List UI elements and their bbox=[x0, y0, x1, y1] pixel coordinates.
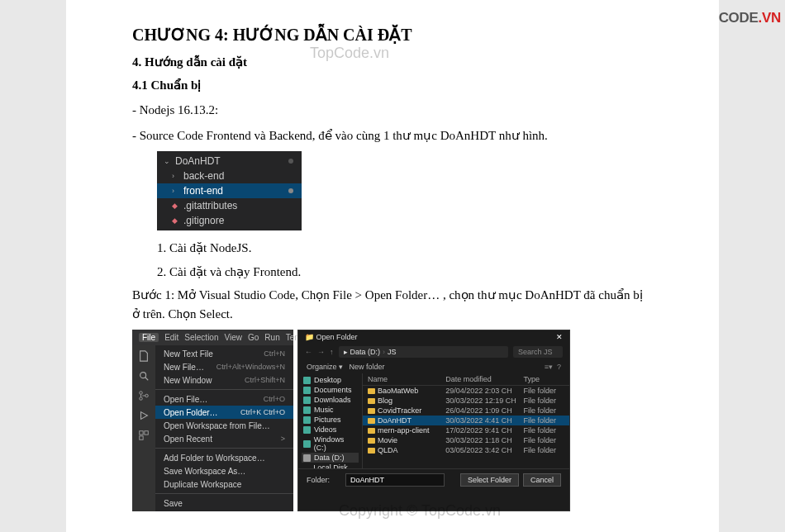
sidebar-location: Pictures bbox=[302, 415, 359, 425]
file-row: mern-app-client17/02/2022 9:41 CHFile fo… bbox=[363, 425, 569, 435]
svg-rect-6 bbox=[140, 436, 143, 439]
instruction-paragraph: Bước 1: Mở Visual Studio Code, Chọn File… bbox=[132, 286, 653, 323]
folder-icon bbox=[368, 448, 375, 454]
menu-item: New File…Ctrl+Alt+Windows+N bbox=[155, 360, 293, 373]
drive-icon: ▸ bbox=[344, 348, 348, 356]
svg-rect-4 bbox=[140, 431, 143, 435]
chapter-heading: CHƯƠNG 4: HƯỚNG DẪN CÀI ĐẶT bbox=[132, 25, 653, 45]
sidebar-location: Documents bbox=[302, 385, 359, 395]
menu-item: New Text FileCtrl+N bbox=[155, 347, 293, 360]
chevron-right-icon: › bbox=[172, 172, 179, 180]
vscode-explorer-screenshot: ⌄ DoAnHDT › back-end › front-end ◆ .gita… bbox=[157, 151, 302, 230]
ordered-step: 2. Cài đặt và chạy Frontend. bbox=[157, 263, 653, 282]
folder-icon bbox=[368, 408, 375, 414]
column-headers: Name Date modified Type bbox=[363, 373, 569, 386]
extensions-icon bbox=[138, 430, 150, 441]
activity-bar bbox=[132, 345, 155, 511]
sidebar-location: Local Disk (E:) bbox=[302, 463, 359, 468]
tree-item: ◆ .gitattributes bbox=[157, 198, 302, 213]
vscode-file-menu-screenshot: File Edit Selection View Go Run Ter bbox=[132, 330, 293, 511]
dialog-toolbar: Organize ▾ New folder ≡▾? bbox=[298, 360, 569, 373]
menu-item: New WindowCtrl+Shift+N bbox=[155, 373, 293, 387]
location-icon bbox=[303, 377, 311, 384]
breadcrumb: ▸ Data (D:) › JS bbox=[339, 346, 509, 358]
menu-item: Open File…Ctrl+O bbox=[155, 392, 293, 406]
cancel-button: Cancel bbox=[523, 473, 561, 487]
source-control-icon bbox=[138, 390, 150, 401]
menu-item: Open Workspace from File… bbox=[155, 419, 293, 432]
tree-item-selected: › front-end bbox=[157, 183, 302, 198]
dialog-titlebar: 📁 Open Folder ✕ bbox=[298, 330, 569, 344]
folder-icon: 📁 Open Folder bbox=[305, 333, 358, 341]
open-folder-dialog-screenshot: 📁 Open Folder ✕ ← → ↑ ▸ Data (D:) › JS S… bbox=[297, 330, 570, 511]
sidebar-location: Videos bbox=[302, 425, 359, 435]
svg-point-3 bbox=[145, 394, 149, 397]
folder-icon bbox=[368, 398, 375, 404]
sidebar-location: Downloads bbox=[302, 395, 359, 405]
folder-icon bbox=[368, 388, 375, 394]
sidebar-location: Windows (C:) bbox=[302, 435, 359, 453]
svg-point-0 bbox=[140, 373, 146, 378]
search-input: Search JS bbox=[513, 346, 563, 358]
help-icon: ? bbox=[557, 363, 561, 371]
debug-icon bbox=[138, 410, 150, 421]
svg-point-1 bbox=[140, 392, 143, 395]
sidebar-location: Data (D:) bbox=[302, 453, 359, 463]
sidebar-location: Music bbox=[302, 405, 359, 415]
search-icon bbox=[138, 370, 150, 382]
location-icon bbox=[303, 406, 311, 414]
section-heading: 4. Hướng dẫn cài đặt bbox=[132, 55, 653, 69]
folder-name-input: DoAnHDT bbox=[345, 473, 445, 487]
up-icon: ↑ bbox=[330, 348, 334, 356]
close-icon: ✕ bbox=[556, 333, 563, 341]
sidebar-location: Desktop bbox=[302, 375, 359, 385]
location-icon bbox=[303, 387, 311, 394]
menu-separator bbox=[155, 389, 293, 390]
menu-item: Duplicate Workspace bbox=[155, 477, 293, 491]
forward-icon: → bbox=[317, 348, 325, 356]
modified-dot-icon bbox=[288, 188, 293, 193]
view-icon: ≡▾ bbox=[545, 363, 553, 371]
dialog-footer: Folder: DoAnHDT Select Folder Cancel bbox=[298, 468, 569, 491]
location-icon bbox=[303, 440, 311, 448]
file-icon: ◆ bbox=[172, 202, 179, 210]
ordered-step: 1. Cài đặt NodeJS. bbox=[157, 239, 653, 258]
svg-rect-5 bbox=[145, 431, 148, 435]
requirement-line: - Nodejs 16.13.2: bbox=[132, 101, 653, 120]
chevron-down-icon: ⌄ bbox=[164, 157, 171, 165]
back-icon: ← bbox=[305, 348, 312, 356]
location-icon bbox=[303, 468, 310, 469]
file-row: CovidTracker26/04/2022 1:09 CHFile folde… bbox=[363, 406, 569, 416]
menu-item: Save Workspace As… bbox=[155, 464, 293, 477]
tree-item: › back-end bbox=[157, 169, 302, 183]
file-row: Blog30/03/2022 12:19 CHFile folder bbox=[363, 396, 569, 406]
folder-icon bbox=[368, 418, 375, 424]
dialog-file-list: Name Date modified Type BaoMatWeb29/04/2… bbox=[363, 373, 569, 468]
file-row: DoAnHDT30/03/2022 4:41 CHFile folder bbox=[363, 416, 569, 425]
subsection-heading: 4.1 Chuẩn bị bbox=[132, 78, 653, 93]
files-icon bbox=[138, 350, 150, 362]
menu-bar: File Edit Selection View Go Run Ter bbox=[132, 330, 293, 345]
location-icon bbox=[303, 416, 311, 424]
menu-item: Add Folder to Workspace… bbox=[155, 451, 293, 464]
menu-item: Save bbox=[155, 496, 293, 510]
file-row: QLDA03/05/2022 3:42 CHFile folder bbox=[363, 445, 569, 455]
dialog-nav: ← → ↑ ▸ Data (D:) › JS Search JS bbox=[298, 344, 569, 360]
tree-root: ⌄ DoAnHDT bbox=[157, 154, 302, 169]
chevron-right-icon: › bbox=[172, 187, 179, 195]
menu-item: Open Recent> bbox=[155, 432, 293, 445]
menu-separator bbox=[155, 448, 293, 449]
tree-item: ◆ .gitignore bbox=[157, 213, 302, 228]
modified-dot-icon bbox=[288, 159, 293, 164]
menu-item: Open Folder…Ctrl+K Ctrl+O bbox=[155, 406, 293, 419]
select-folder-button: Select Folder bbox=[460, 473, 519, 487]
location-icon bbox=[303, 454, 311, 462]
svg-point-2 bbox=[140, 397, 143, 401]
menu-separator bbox=[155, 493, 293, 494]
file-icon: ◆ bbox=[172, 216, 179, 225]
document-page: TopCode.vn CHƯƠNG 4: HƯỚNG DẪN CÀI ĐẶT 4… bbox=[66, 0, 719, 532]
location-icon bbox=[303, 426, 311, 434]
folder-icon bbox=[368, 428, 375, 434]
folder-icon bbox=[368, 438, 375, 444]
file-menu-dropdown: New Text FileCtrl+NNew File…Ctrl+Alt+Win… bbox=[155, 345, 293, 511]
